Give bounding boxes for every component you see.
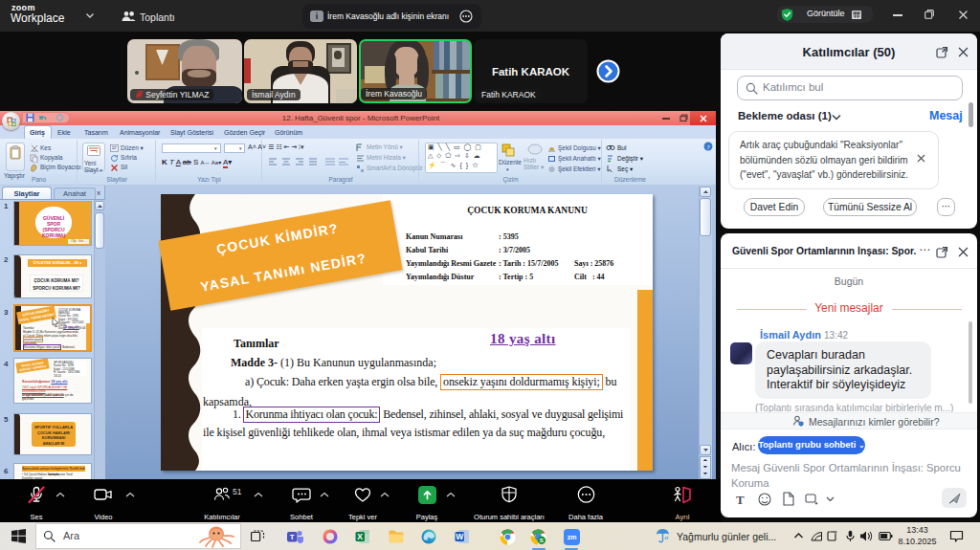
svg-text:?: ?	[706, 143, 709, 151]
svg-text:X: X	[357, 532, 363, 541]
svg-text:W: W	[456, 532, 464, 541]
svg-text:S: S	[540, 538, 544, 543]
svg-text:T: T	[290, 533, 295, 541]
